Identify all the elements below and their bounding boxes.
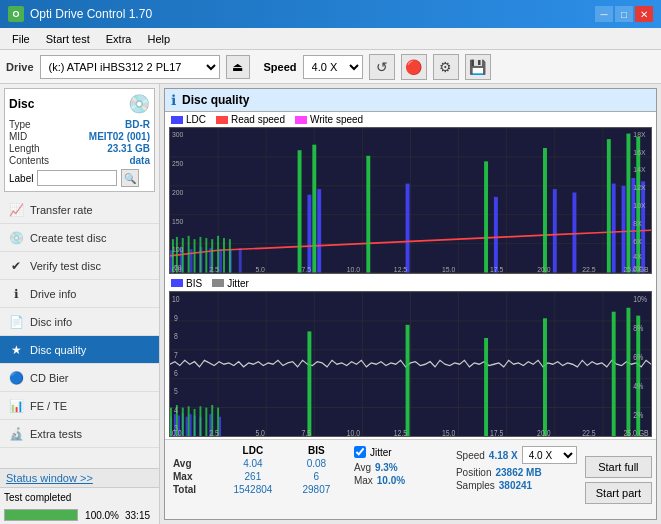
svg-text:200: 200 [172, 187, 183, 197]
speed-value: 4.18 X [489, 450, 518, 461]
maximize-button[interactable]: □ [615, 6, 633, 22]
top-chart-legend: LDC Read speed Write speed [165, 112, 656, 127]
save-button[interactable]: 💾 [465, 54, 491, 80]
svg-text:250: 250 [172, 158, 183, 168]
bis-legend-label: BIS [186, 278, 202, 289]
fe-te-icon: 📊 [8, 398, 24, 414]
svg-text:10%: 10% [633, 294, 647, 304]
bottom-chart: 10 9 8 7 6 5 4 3 10% 8% 6% 4% 2% 0.0 [169, 291, 652, 438]
drive-select[interactable]: (k:) ATAPI iHBS312 2 PL17 [40, 55, 220, 79]
main-area: Disc 💿 Type BD-R MID MEIT02 (001) Length… [0, 84, 661, 524]
disc-quality-header-icon: ℹ [171, 92, 176, 108]
sidebar-item-transfer-rate[interactable]: 📈 Transfer rate [0, 196, 159, 224]
title-text: Opti Drive Control 1.70 [30, 7, 152, 21]
position-label: Position [456, 467, 492, 478]
svg-text:5: 5 [174, 386, 178, 396]
jitter-max-label: Max [354, 475, 373, 486]
jitter-checkbox[interactable] [354, 446, 366, 458]
disc-panel: Disc 💿 Type BD-R MID MEIT02 (001) Length… [4, 88, 155, 192]
svg-rect-29 [612, 184, 616, 273]
disc-info-icon: 📄 [8, 314, 24, 330]
minimize-button[interactable]: ─ [595, 6, 613, 22]
sidebar-item-extra-tests[interactable]: 🔬 Extra tests [0, 420, 159, 448]
svg-text:4: 4 [174, 404, 178, 414]
write-speed-legend-color [295, 116, 307, 124]
verify-test-disc-icon: ✔ [8, 258, 24, 274]
sidebar-item-label-drive-info: Drive info [30, 288, 76, 300]
svg-rect-113 [406, 324, 410, 436]
menu-start-test[interactable]: Start test [38, 31, 98, 47]
sidebar-item-disc-quality[interactable]: ★ Disc quality [0, 336, 159, 364]
sidebar-item-create-test-disc[interactable]: 💿 Create test disc [0, 224, 159, 252]
eject-button[interactable]: ⏏ [226, 55, 250, 79]
svg-text:300: 300 [172, 129, 183, 139]
disc-label-label: Label [9, 173, 33, 184]
jitter-legend-label: Jitter [227, 278, 249, 289]
start-part-button[interactable]: Start part [585, 482, 652, 504]
sidebar-item-drive-info[interactable]: ℹ Drive info [0, 280, 159, 308]
menu-help[interactable]: Help [139, 31, 178, 47]
disc-panel-header: Disc [9, 97, 34, 111]
disc-quality-title: Disc quality [182, 93, 249, 107]
svg-text:8: 8 [174, 331, 178, 341]
sidebar-nav: 📈 Transfer rate 💿 Create test disc ✔ Ver… [0, 196, 159, 448]
svg-text:22.5: 22.5 [582, 428, 596, 436]
drive-label: Drive [6, 61, 34, 73]
svg-text:9: 9 [174, 312, 178, 322]
svg-rect-45 [312, 145, 316, 273]
svg-rect-32 [641, 181, 645, 272]
svg-text:4X: 4X [633, 252, 641, 262]
disc-label-input[interactable] [37, 170, 117, 186]
sidebar-item-fe-te[interactable]: 📊 FE / TE [0, 392, 159, 420]
position-value: 23862 MB [495, 467, 541, 478]
svg-rect-114 [484, 337, 488, 436]
top-chart-svg: 300 250 200 150 100 50 18X 16X 14X 12X 1… [170, 128, 651, 273]
status-window-button[interactable]: Status window >> [6, 472, 93, 484]
disc-label-btn[interactable]: 🔍 [121, 169, 139, 187]
total-ldc: 1542804 [217, 483, 289, 496]
speed-label: Speed [264, 61, 297, 73]
svg-text:6%: 6% [633, 352, 643, 362]
speed-select-stats[interactable]: 4.0 X [522, 446, 577, 464]
samples-value: 380241 [499, 480, 532, 491]
svg-rect-109 [205, 407, 207, 436]
sidebar-item-disc-info[interactable]: 📄 Disc info [0, 308, 159, 336]
sidebar-item-verify-test-disc[interactable]: ✔ Verify test disc [0, 252, 159, 280]
sidebar-item-label-disc-info: Disc info [30, 316, 72, 328]
svg-text:14X: 14X [633, 165, 645, 175]
svg-text:20.0: 20.0 [537, 428, 551, 436]
progress-bar-fill [5, 510, 77, 520]
svg-text:17.5: 17.5 [490, 265, 503, 272]
progress-bar [4, 509, 78, 521]
svg-text:7: 7 [174, 349, 178, 359]
svg-text:10: 10 [172, 294, 180, 304]
jitter-avg-value: 9.3% [375, 462, 398, 473]
svg-rect-36 [188, 236, 190, 273]
menu-extra[interactable]: Extra [98, 31, 140, 47]
svg-rect-98 [190, 414, 192, 436]
speed-select[interactable]: 4.0 X [303, 55, 363, 79]
sidebar-item-cd-bier[interactable]: 🔵 CD Bier [0, 364, 159, 392]
disc-contents-value: data [129, 155, 150, 166]
total-label: Total [169, 483, 217, 496]
settings-button[interactable]: ⚙ [433, 54, 459, 80]
col-ldc: LDC [217, 444, 289, 457]
close-button[interactable]: ✕ [635, 6, 653, 22]
read-speed-legend-color [216, 116, 228, 124]
sidebar-item-label-disc-quality: Disc quality [30, 344, 86, 356]
svg-rect-35 [182, 238, 184, 272]
menu-file[interactable]: File [4, 31, 38, 47]
svg-text:2.5: 2.5 [209, 428, 219, 436]
title-bar: O Opti Drive Control 1.70 ─ □ ✕ [0, 0, 661, 28]
refresh-button[interactable]: ↺ [369, 54, 395, 80]
svg-rect-47 [484, 161, 488, 272]
total-bis: 29807 [289, 483, 344, 496]
svg-text:2.5: 2.5 [209, 265, 219, 272]
sidebar: Disc 💿 Type BD-R MID MEIT02 (001) Length… [0, 84, 160, 524]
burn-button[interactable]: 🔴 [401, 54, 427, 80]
start-full-button[interactable]: Start full [585, 456, 652, 478]
jitter-max-value: 10.0% [377, 475, 405, 486]
svg-text:10.0: 10.0 [347, 428, 361, 436]
svg-text:22.5: 22.5 [582, 265, 595, 272]
svg-rect-116 [612, 311, 616, 436]
